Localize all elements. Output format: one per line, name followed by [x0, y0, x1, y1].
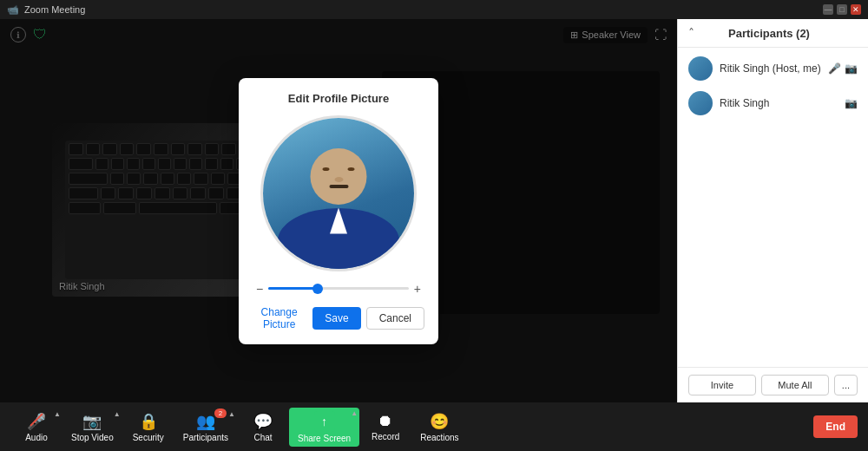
zoom-minus-button[interactable]: −: [256, 282, 263, 296]
video-icon: 📷: [845, 62, 858, 75]
share-screen-caret-icon[interactable]: ▲: [351, 409, 358, 417]
profile-picture-container: [260, 115, 417, 271]
share-screen-label: Share Screen: [298, 434, 351, 443]
bottom-toolbar: 🎤 Audio ▲ 📷 Stop Video ▲ 🔒 Security 👥 2 …: [0, 402, 868, 451]
change-picture-button[interactable]: Change Picture: [253, 306, 306, 330]
audio-icon: 🎤: [27, 412, 46, 431]
invite-button[interactable]: Invite: [688, 375, 756, 395]
title-bar-controls[interactable]: — □ ✕: [823, 4, 861, 15]
participants-list: Ritik Singh (Host, me) 🎤 📷 Ritik Singh 📷: [678, 48, 868, 367]
security-toolbar-item[interactable]: 🔒 Security: [122, 409, 174, 446]
sidebar-title: Participants (2): [728, 27, 810, 40]
stop-video-toolbar-item[interactable]: 📷 Stop Video ▲: [62, 409, 122, 446]
participants-caret-icon[interactable]: ▲: [228, 410, 235, 418]
audio-label: Audio: [25, 433, 48, 442]
participants-icon: 👥: [196, 412, 215, 431]
title-bar-title: Zoom Meeting: [24, 4, 85, 15]
edit-profile-picture-modal: Edit Profile Picture: [239, 78, 438, 344]
chat-toolbar-item[interactable]: 💬 Chat: [237, 409, 289, 446]
share-screen-icon: ↑: [314, 411, 335, 432]
participants-sidebar: ˄ Participants (2) Ritik Singh (Host, me…: [677, 19, 868, 402]
audio-caret-icon[interactable]: ▲: [54, 410, 61, 418]
participant-avatar: [688, 91, 713, 115]
minimize-button[interactable]: —: [823, 4, 833, 15]
record-label: Record: [372, 432, 399, 441]
zoom-fill: [268, 287, 318, 290]
mic-icon: 🎤: [27, 413, 46, 430]
more-options-button[interactable]: ...: [834, 375, 858, 395]
profile-picture: [263, 118, 414, 269]
sidebar-collapse-button[interactable]: ˄: [688, 26, 694, 40]
person-face: [311, 148, 367, 205]
cancel-button[interactable]: Cancel: [366, 307, 424, 330]
chat-label: Chat: [253, 433, 272, 442]
reactions-label: Reactions: [420, 433, 458, 442]
modal-title: Edit Profile Picture: [253, 92, 424, 105]
zoom-thumb[interactable]: [312, 284, 323, 294]
modal-actions: Change Picture Save Cancel: [253, 306, 424, 330]
participants-badge: 2: [214, 409, 227, 418]
security-label: Security: [133, 433, 164, 442]
modal-button-group: Save Cancel: [312, 307, 424, 330]
zoom-slider-container: − +: [253, 282, 424, 296]
record-icon: ⏺: [378, 412, 393, 430]
close-button[interactable]: ✕: [851, 4, 861, 15]
video-icon: 📷: [845, 97, 858, 109]
participant-item: Ritik Singh (Host, me) 🎤 📷: [678, 51, 868, 86]
sidebar-footer: Invite Mute All ...: [678, 367, 868, 402]
stop-video-label: Stop Video: [71, 433, 114, 442]
security-icon: 🔒: [139, 412, 158, 431]
participants-toolbar-item[interactable]: 👥 2 Participants ▲: [174, 409, 237, 446]
toolbar-items: 🎤 Audio ▲ 📷 Stop Video ▲ 🔒 Security 👥 2 …: [10, 408, 468, 447]
video-icon: 📷: [82, 412, 102, 431]
reactions-icon: 😊: [430, 412, 449, 431]
share-screen-toolbar-item[interactable]: ↑ Share Screen ▲: [289, 408, 359, 447]
audio-toolbar-item[interactable]: 🎤 Audio ▲: [10, 409, 62, 446]
participant-icons: 📷: [845, 97, 858, 109]
zoom-plus-button[interactable]: +: [414, 282, 421, 296]
sidebar-header: ˄ Participants (2): [678, 19, 868, 48]
video-caret-icon[interactable]: ▲: [114, 410, 121, 418]
restore-button[interactable]: □: [837, 4, 847, 15]
title-bar: 📹 Zoom Meeting — □ ✕: [0, 0, 868, 19]
main-area: ℹ 🛡 ⊞ Speaker View ⛶: [0, 19, 868, 402]
participant-icons: 🎤 📷: [828, 62, 858, 75]
zoom-track[interactable]: [268, 287, 409, 290]
mute-icon: 🎤: [828, 62, 841, 75]
participants-label: Participants: [183, 433, 228, 442]
reactions-toolbar-item[interactable]: 😊 Reactions: [411, 409, 467, 446]
mute-all-button[interactable]: Mute All: [761, 375, 829, 395]
zoom-logo-icon: 📹: [7, 4, 19, 16]
end-button[interactable]: End: [813, 415, 858, 438]
save-button[interactable]: Save: [312, 307, 360, 330]
participant-name: Ritik Singh (Host, me): [720, 62, 821, 75]
participant-name: Ritik Singh: [720, 97, 838, 109]
participant-avatar: [688, 56, 713, 81]
chat-icon: 💬: [253, 412, 273, 431]
participant-item: Ritik Singh 📷: [678, 86, 868, 121]
title-bar-left: 📹 Zoom Meeting: [7, 4, 85, 16]
record-toolbar-item[interactable]: ⏺ Record: [359, 409, 411, 445]
modal-overlay: Edit Profile Picture: [0, 19, 677, 402]
video-area: ℹ 🛡 ⊞ Speaker View ⛶: [0, 19, 677, 402]
suit-body: [278, 208, 399, 269]
